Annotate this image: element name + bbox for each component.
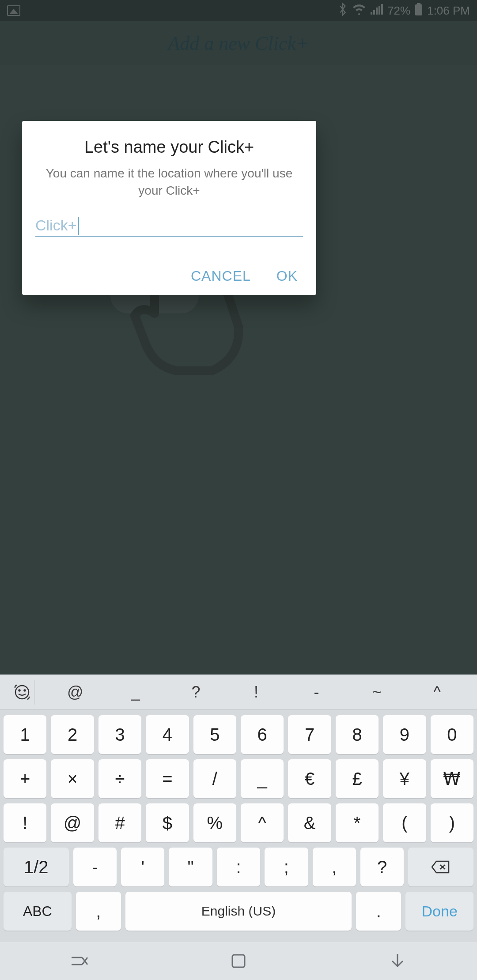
key[interactable]: 5 (193, 715, 236, 754)
suggestion-item[interactable]: _ (106, 683, 166, 701)
key[interactable]: 3 (98, 715, 141, 754)
symbol-page-key[interactable]: 1/2 (4, 848, 69, 886)
period-key[interactable]: . (356, 892, 401, 931)
key[interactable]: + (4, 759, 46, 798)
key[interactable]: ÷ (98, 759, 141, 798)
key[interactable]: / (193, 759, 236, 798)
key[interactable]: $ (146, 803, 189, 842)
key[interactable]: 8 (336, 715, 379, 754)
svg-point-11 (24, 690, 25, 691)
key[interactable]: ? (360, 848, 404, 886)
key[interactable]: € (288, 759, 331, 798)
key[interactable]: = (146, 759, 189, 798)
key[interactable]: - (73, 848, 117, 886)
home-button[interactable] (227, 951, 250, 971)
key[interactable]: 9 (383, 715, 426, 754)
key[interactable]: ₩ (431, 759, 473, 798)
suggestion-row: @ _ ? ! - ~ ^ (0, 675, 477, 710)
svg-point-9 (15, 686, 29, 699)
key[interactable]: 0 (431, 715, 473, 754)
key[interactable]: # (98, 803, 141, 842)
key[interactable]: ( (383, 803, 426, 842)
key[interactable]: ; (265, 848, 308, 886)
key[interactable]: 6 (241, 715, 284, 754)
key[interactable]: : (217, 848, 260, 886)
recents-button[interactable] (68, 951, 91, 971)
keyboard-hide-button[interactable] (386, 951, 409, 971)
key[interactable]: ^ (241, 803, 284, 842)
key[interactable]: & (288, 803, 331, 842)
key[interactable]: ) (431, 803, 473, 842)
space-key[interactable]: English (US) (125, 892, 352, 931)
key[interactable]: 4 (146, 715, 189, 754)
key[interactable]: 1 (4, 715, 46, 754)
suggestion-item[interactable]: ~ (347, 683, 407, 701)
device-name-input[interactable] (35, 217, 303, 234)
key[interactable]: 2 (51, 715, 94, 754)
key[interactable]: , (313, 848, 356, 886)
key[interactable]: ' (121, 848, 164, 886)
key[interactable]: % (193, 803, 236, 842)
text-cursor (78, 217, 79, 235)
suggestion-item[interactable]: @ (45, 683, 106, 701)
suggestion-item[interactable]: ? (166, 683, 226, 701)
ok-button[interactable]: OK (276, 268, 298, 284)
key[interactable]: @ (51, 803, 94, 842)
emoji-picker-button[interactable] (10, 680, 34, 705)
key[interactable]: 7 (288, 715, 331, 754)
dialog-title: Let's name your Click+ (35, 138, 303, 157)
key[interactable]: " (169, 848, 212, 886)
suggestion-item[interactable]: - (286, 683, 347, 701)
svg-rect-12 (232, 955, 245, 967)
key[interactable]: × (51, 759, 94, 798)
key[interactable]: ! (4, 803, 46, 842)
key[interactable]: * (336, 803, 379, 842)
done-key[interactable]: Done (405, 892, 473, 931)
key[interactable]: £ (336, 759, 379, 798)
comma-key[interactable]: , (76, 892, 121, 931)
cancel-button[interactable]: CANCEL (191, 268, 251, 284)
abc-key[interactable]: ABC (4, 892, 72, 931)
suggestion-item[interactable]: ! (226, 683, 287, 701)
suggestion-item[interactable]: ^ (407, 683, 467, 701)
soft-keyboard: @ _ ? ! - ~ ^ 1234567890 +×÷=/_€£¥₩ !@#$… (0, 675, 477, 980)
navigation-bar (0, 942, 477, 980)
backspace-key[interactable] (408, 848, 473, 886)
dialog-subtitle: You can name it the location where you'l… (35, 165, 303, 199)
key[interactable]: ¥ (383, 759, 426, 798)
name-dialog: Let's name your Click+ You can name it t… (22, 121, 316, 295)
svg-point-10 (19, 690, 20, 691)
key[interactable]: _ (241, 759, 284, 798)
